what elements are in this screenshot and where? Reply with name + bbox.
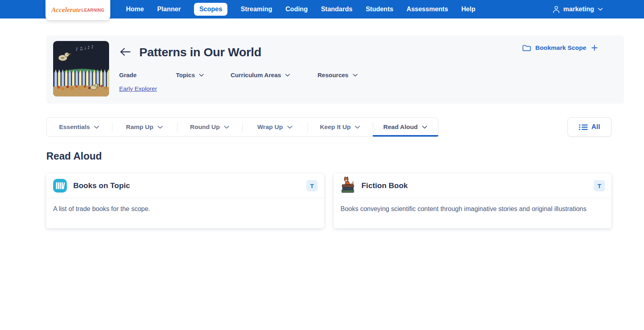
grade-label: Grade [119,72,136,78]
chevron-down-icon [199,74,204,77]
scope-tab-bar: Essentials Ramp Up Round Up Wrap Up Keep… [46,117,438,137]
fox-on-books-image [341,176,355,193]
topics-label: Topics [176,72,195,78]
chevron-down-icon [157,125,163,129]
tab-wrap-up-label: Wrap Up [257,123,283,131]
brand-logo-learning: LEARNING [81,8,104,12]
chevron-down-icon [355,125,360,129]
list-icon [579,124,588,131]
topics-dropdown[interactable]: Topics [176,72,204,78]
nav-item-assessments[interactable]: Assessments [407,6,448,13]
app-root: Home Planner Scopes Streaming Coding Sta… [0,0,644,330]
add-bookmark-button[interactable] [591,45,598,51]
card-header: Books on Topic T [46,174,324,198]
nav-item-help[interactable]: Help [461,6,475,13]
tab-read-aloud-label: Read Aloud [383,123,418,131]
curriculum-areas-dropdown[interactable]: Curriculum Areas [231,72,290,78]
person-icon [553,6,560,13]
card-title: Books on Topic [73,181,130,190]
folder-icon [522,45,531,51]
tab-wrap-up[interactable]: Wrap Up [242,118,308,136]
tab-ramp-up[interactable]: Ramp Up [112,118,177,136]
bookmark-scope-button[interactable]: Bookmark Scope [535,44,586,51]
all-button[interactable]: All [568,117,611,137]
tab-ramp-up-label: Ramp Up [126,123,153,131]
tab-round-up-label: Round Up [190,123,220,131]
nav-item-home[interactable]: Home [126,6,144,13]
chevron-down-icon [598,8,603,11]
tab-keep-it-up-label: Keep It Up [320,123,351,131]
resources-label: Resources [318,72,349,78]
brand-logo-accelerate: Accelerate [52,6,81,14]
main-nav: Home Planner Scopes Streaming Coding Sta… [126,0,475,18]
card-fiction-book[interactable]: Fiction Book T Books conveying scientifi… [334,174,611,228]
chevron-down-icon [224,125,229,129]
user-name: marketing [564,6,594,13]
back-button[interactable] [119,47,131,57]
nav-item-coding[interactable]: Coding [285,6,308,13]
nav-item-standards[interactable]: Standards [321,6,352,13]
meta-grade-label: Grade [119,72,136,78]
bookshelf-icon [53,179,67,193]
chevron-down-icon [353,74,358,77]
user-menu[interactable]: marketing [553,0,603,18]
resources-dropdown[interactable]: Resources [318,72,358,78]
chevron-down-icon [94,125,99,129]
teacher-badge: T [594,180,605,191]
card-description: Books conveying scientific content throu… [334,198,611,213]
bookmark-scope-group: Bookmark Scope [522,44,598,51]
nav-item-scopes[interactable]: Scopes [194,3,227,16]
nav-item-planner[interactable]: Planner [157,6,181,13]
teacher-badge: T [306,180,318,191]
tab-keep-it-up[interactable]: Keep It Up [308,118,373,136]
card-header: Fiction Book T [334,174,611,198]
nav-item-streaming[interactable]: Streaming [241,6,272,13]
section-heading: Read Aloud [46,150,102,162]
chevron-down-icon [287,125,293,129]
tab-essentials[interactable]: Essentials [47,118,112,136]
arrow-left-icon [120,47,131,56]
grade-value-link[interactable]: Early Explorer [119,85,157,92]
tab-round-up[interactable]: Round Up [177,118,242,136]
card-description: A list of trade books for the scope. [46,198,324,213]
chevron-down-icon [422,125,427,129]
tab-read-aloud[interactable]: Read Aloud [373,118,438,136]
card-title: Fiction Book [361,181,408,190]
plus-icon [591,45,598,51]
scope-title: Patterns in Our World [139,45,261,59]
nav-item-students[interactable]: Students [366,6,393,13]
card-books-on-topic[interactable]: Books on Topic T A list of trade books f… [46,174,324,228]
scope-header: ♪ ♫ ♩ ♪ ♪ Patterns in Our World Grade To… [46,35,624,104]
brand-logo[interactable]: AccelerateLEARNING [45,0,110,20]
curriculum-areas-label: Curriculum Areas [231,72,281,78]
tab-essentials-label: Essentials [59,123,90,131]
scope-thumbnail: ♪ ♫ ♩ ♪ ♪ [53,41,109,96]
all-button-label: All [591,123,600,131]
chevron-down-icon [285,74,290,77]
